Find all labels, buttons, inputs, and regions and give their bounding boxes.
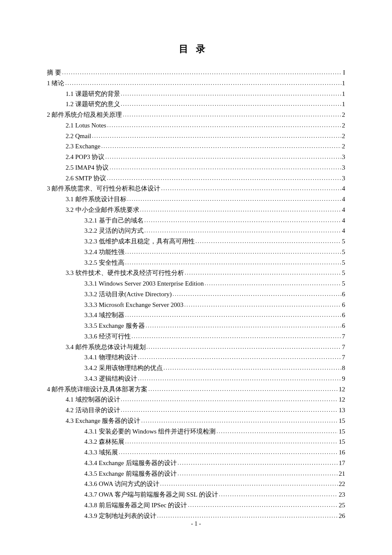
toc-entry-label: 2.4 POP3 协议 [66, 152, 104, 162]
toc-entry[interactable]: 4.2 活动目录的设计13 [47, 405, 345, 416]
toc-entry[interactable]: 4.3 Exchange 服务器的设计15 [47, 416, 345, 426]
toc-entry[interactable]: 1 绪论1 [47, 78, 345, 89]
toc-entry-page: I [343, 67, 345, 78]
toc-entry-dots [141, 416, 338, 425]
toc-entry[interactable]: 2.6 SMTP 协议3 [47, 173, 345, 184]
toc-entry[interactable]: 3.2.5 安全性高5 [47, 257, 345, 268]
toc-entry-dots [125, 437, 338, 446]
toc-entry-dots [121, 99, 341, 108]
toc-entry-page: 7 [342, 342, 346, 353]
toc-entry-label: 4.2 活动目录的设计 [66, 405, 120, 416]
toc-entry-label: 2.6 SMTP 协议 [66, 173, 106, 184]
toc-entry-dots [216, 427, 338, 436]
toc-entry-page: 1 [342, 99, 346, 110]
toc-entry-dots [188, 500, 338, 509]
toc-entry-dots [107, 173, 341, 182]
toc-entry-dots [127, 194, 341, 203]
toc-entry-dots [107, 121, 341, 130]
toc-entry[interactable]: 4.3.3 域拓展16 [47, 447, 345, 458]
toc-entry-label: 3.3.1 Windows Server 2003 Enterprise Edi… [84, 278, 204, 289]
toc-entry[interactable]: 4.1 域控制器的设计12 [47, 394, 345, 405]
toc-entry[interactable]: 2.2 Qmail2 [47, 131, 345, 142]
toc-entry-page: 4 [342, 194, 346, 205]
page-footer: - 1 - [0, 520, 392, 527]
toc-entry[interactable]: 3.2.2 灵活的访问方式4 [47, 225, 345, 236]
toc-entry[interactable]: 3.3.2 活动目录(Active Directory)6 [47, 289, 345, 300]
toc-entry[interactable]: 3.3.4 域控制器6 [47, 310, 345, 321]
toc-entry[interactable]: 4.3.5 Exchange 前端服务器的设计21 [47, 468, 345, 479]
toc-entry-label: 4 邮件系统详细设计及具体部署方案 [47, 384, 147, 395]
toc-entry-label: 1.2 课题研究的意义 [66, 99, 120, 110]
toc-entry-page: 5 [342, 236, 346, 247]
toc-entry[interactable]: 3.3.5 Exchange 服务器6 [47, 321, 345, 331]
toc-entry-page: 23 [339, 489, 345, 500]
toc-entry-label: 4.3.5 Exchange 前端服务器的设计 [84, 468, 177, 479]
toc-entry[interactable]: 3.2.3 低维护成本且稳定，具有高可用性5 [47, 236, 345, 247]
toc-entry[interactable]: 3.4 邮件系统总体设计与规划7 [47, 342, 345, 353]
toc-entry[interactable]: 4.3.6 OWA 访问方式的设计22 [47, 479, 345, 489]
toc-entry[interactable]: 2.1 Lotus Notes2 [47, 120, 345, 131]
toc-entry-label: 4.1 域控制器的设计 [66, 394, 120, 405]
toc-entry-page: 15 [339, 416, 345, 426]
toc-entry-dots [121, 395, 338, 404]
toc-entry-label: 3.1 邮件系统设计目标 [66, 194, 127, 205]
toc-entry[interactable]: 4.3.7 OWA 客户端与前端服务器之间 SSL 的设计23 [47, 489, 345, 500]
toc-entry-label: 3.2.3 低维护成本且稳定，具有高可用性 [84, 236, 195, 247]
toc-entry[interactable]: 3.3.6 经济可行性7 [47, 331, 345, 342]
toc-entry[interactable]: 4.3.4 Exchange 后端服务器的设计17 [47, 458, 345, 468]
toc-entry-page: 4 [342, 205, 346, 215]
toc-entry-dots [147, 342, 341, 351]
toc-entry-page: 6 [342, 310, 346, 321]
toc-entry[interactable]: 3.3.3 Microsoft Exchange Server 20036 [47, 300, 345, 310]
toc-entry-page: 25 [339, 500, 345, 511]
toc-entry-page: 17 [339, 458, 345, 468]
toc-entry[interactable]: 3.3 软件技术、硬件技术及经济可行性分析5 [47, 268, 345, 278]
toc-entry-dots [125, 247, 341, 256]
toc-entry-dots [157, 511, 338, 520]
toc-entry-dots [178, 469, 338, 478]
toc-entry[interactable]: 2.4 POP3 协议3 [47, 152, 345, 162]
toc-entry-dots [119, 448, 338, 457]
toc-entry[interactable]: 1.2 课题研究的意义1 [47, 99, 345, 110]
toc-entry[interactable]: 4.3.1 安装必要的 Windows 组件并进行环境检测15 [47, 426, 345, 437]
toc-entry[interactable]: 1.1 课题研究的背景1 [47, 89, 345, 99]
toc-entry[interactable]: 3.4.3 逻辑结构设计9 [47, 373, 345, 384]
toc-entry-label: 3.2.2 灵活的访问方式 [84, 225, 144, 236]
toc-entry[interactable]: 2 邮件系统介绍及相关原理2 [47, 110, 345, 120]
toc-entry[interactable]: 2.5 IMAP4 协议3 [47, 162, 345, 173]
toc-entry-page: 2 [342, 141, 346, 152]
toc-entry[interactable]: 3.2.1 基于自己的域名4 [47, 215, 345, 226]
toc-entry[interactable]: 3.4.2 采用该物理结构的优点8 [47, 363, 345, 373]
toc-entry-dots [121, 405, 338, 414]
toc-entry[interactable]: 4.3.9 定制地址列表的设计26 [47, 511, 345, 521]
toc-entry[interactable]: 摘 要I [47, 67, 345, 78]
toc-entry[interactable]: 4.3.2 森林拓展15 [47, 436, 345, 447]
toc-entry-page: 26 [339, 511, 345, 521]
toc-entry[interactable]: 3.2 中小企业邮件系统要求4 [47, 205, 345, 215]
toc-entry-label: 3.4 邮件系统总体设计与规划 [66, 342, 146, 353]
toc-entry[interactable]: 3.1 邮件系统设计目标4 [47, 194, 345, 205]
toc-entry[interactable]: 3.2.4 功能性强5 [47, 247, 345, 257]
toc-title: 目录 [47, 43, 345, 55]
toc-entry-page: 2 [342, 131, 346, 142]
toc-entry-page: 4 [342, 215, 346, 226]
toc-entry-dots [161, 184, 341, 193]
toc-entry-dots [144, 216, 341, 225]
toc-entry-label: 摘 要 [47, 67, 61, 78]
toc-entry[interactable]: 3.3.1 Windows Server 2003 Enterprise Edi… [47, 278, 345, 289]
toc-entry-label: 3.4.3 逻辑结构设计 [84, 373, 137, 384]
toc-entry[interactable]: 3.4.1 物理结构设计7 [47, 352, 345, 363]
toc-entry-label: 3 邮件系统需求、可行性分析和总体设计 [47, 183, 160, 194]
toc-entry-page: 1 [342, 89, 346, 99]
toc-entry[interactable]: 4 邮件系统详细设计及具体部署方案12 [47, 384, 345, 395]
toc-entry-dots [125, 258, 341, 267]
toc-entry[interactable]: 4.3.8 前后端服务器之间 IPSec 的设计25 [47, 500, 345, 511]
toc-entry-label: 2.3 Exchange [66, 141, 101, 152]
toc-entry-dots [140, 205, 341, 214]
toc-entry-page: 5 [342, 278, 346, 289]
toc-entry[interactable]: 3 邮件系统需求、可行性分析和总体设计4 [47, 183, 345, 194]
toc-entry-page: 3 [342, 173, 346, 184]
toc-entry[interactable]: 2.3 Exchange2 [47, 141, 345, 152]
toc-entry-dots [178, 458, 338, 467]
toc-entry-label: 4.3 Exchange 服务器的设计 [66, 416, 140, 426]
